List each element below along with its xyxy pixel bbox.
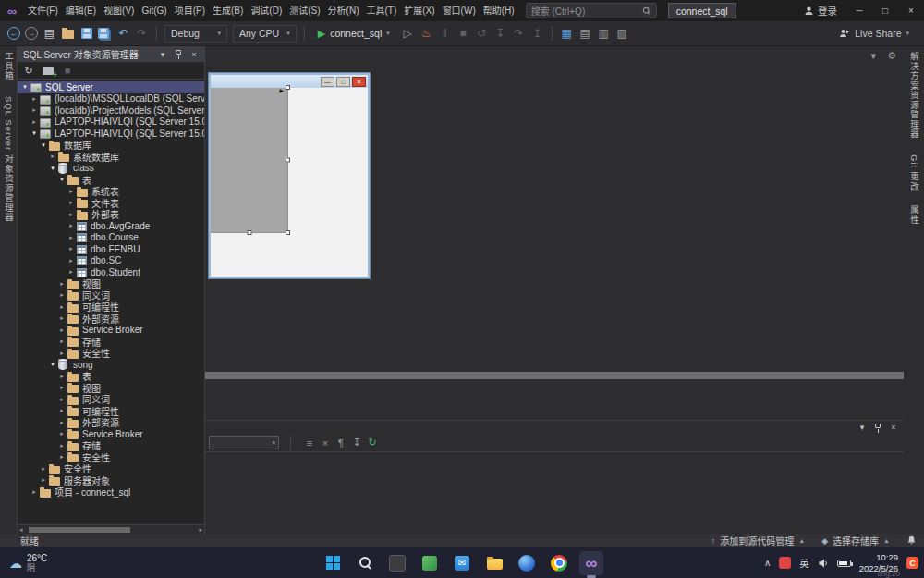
tree-expander-icon[interactable]: ▸ <box>57 314 67 322</box>
tree-expander-icon[interactable]: ▸ <box>67 199 76 206</box>
start-without-debugging-icon[interactable]: ▷ <box>399 25 417 43</box>
panel-close-icon[interactable]: × <box>188 48 201 61</box>
tree-expander-icon[interactable]: ▾ <box>20 83 30 91</box>
volume-icon[interactable] <box>818 558 829 569</box>
output-menu-chevron-icon[interactable]: ▾ <box>856 421 869 434</box>
battery-icon[interactable] <box>837 560 851 567</box>
tree-node[interactable]: ▸安全性 <box>18 463 204 475</box>
restart-icon[interactable]: ↺ <box>473 25 491 43</box>
tree-expander-icon[interactable]: ▸ <box>57 419 67 426</box>
taskbar-app-start[interactable] <box>321 551 345 575</box>
taskbar-app-green[interactable] <box>418 551 442 575</box>
settings-gear-icon[interactable]: ⚙ <box>887 50 896 62</box>
tree-expander-icon[interactable]: ▸ <box>57 384 67 391</box>
add-to-source-control-button[interactable]: ↑ 添加到源代码管理 ▲ <box>711 534 805 547</box>
output-source-dropdown[interactable]: ▾ <box>209 436 279 449</box>
step-out-icon[interactable]: ↥ <box>529 25 546 43</box>
start-debugging-button[interactable]: ▶ connect_sql ▾ <box>310 24 397 43</box>
tree-node[interactable]: ▸安全性 <box>18 451 204 463</box>
tree-node[interactable]: ▾表 <box>18 174 204 186</box>
close-button[interactable]: × <box>898 0 924 21</box>
tree-expander-icon[interactable]: ▸ <box>67 222 76 229</box>
taskbar-app-mail[interactable] <box>450 551 474 575</box>
form-minimize-button[interactable]: — <box>321 77 334 87</box>
tree-node[interactable]: ▸视图 <box>18 382 204 394</box>
tree-node[interactable]: ▾song <box>18 359 204 371</box>
tree-node[interactable]: ▾数据库 <box>18 140 204 152</box>
menu-item-12[interactable]: 帮助(H) <box>480 0 518 21</box>
tree-expander-icon[interactable]: ▸ <box>57 407 67 414</box>
tree-expander-icon[interactable]: ▸ <box>39 465 48 473</box>
taskbar-app-search[interactable] <box>353 551 377 575</box>
taskbar-app-explorer[interactable] <box>482 551 506 575</box>
sync-icon[interactable]: ↻ <box>365 436 380 450</box>
panel-menu-chevron-icon[interactable]: ▾ <box>156 48 169 61</box>
messages-icon[interactable]: ≡ <box>302 436 317 450</box>
tree-node[interactable]: ▸Service Broker <box>18 325 204 337</box>
tree-expander-icon[interactable]: ▾ <box>48 361 57 368</box>
break-all-icon[interactable]: ‖ <box>436 25 454 43</box>
panel-pin-icon[interactable] <box>172 48 185 61</box>
tree-expander-icon[interactable]: ▸ <box>57 303 67 311</box>
debug-configuration-dropdown[interactable]: Debug▾ <box>164 25 227 43</box>
form-maximize-button[interactable]: □ <box>336 77 350 87</box>
step-into-icon[interactable]: ↧ <box>492 25 509 43</box>
resize-handle[interactable] <box>286 230 290 235</box>
add-sql-server-icon[interactable] <box>42 63 55 78</box>
form-close-button[interactable]: × <box>352 77 366 87</box>
tree-expander-icon[interactable]: ▸ <box>30 118 39 126</box>
undo-icon[interactable]: ↶ <box>115 25 132 43</box>
menu-item-8[interactable]: 分析(N) <box>324 0 363 21</box>
tree-expander-icon[interactable]: ▸ <box>57 338 67 345</box>
tree-expander-icon[interactable]: ▸ <box>57 396 67 403</box>
ime-indicator[interactable]: 英 <box>799 556 809 570</box>
resize-handle[interactable] <box>286 158 290 163</box>
tree-node[interactable]: ▸可编程性 <box>18 405 204 417</box>
tree-expander-icon[interactable]: ▸ <box>57 430 67 437</box>
smart-tag-icon[interactable]: ▶ <box>279 88 284 93</box>
tree-expander-icon[interactable]: ▸ <box>57 291 67 299</box>
clear-all-icon[interactable]: × <box>318 436 333 450</box>
tray-red-app-icon[interactable] <box>779 557 791 569</box>
menu-item-1[interactable]: 编辑(E) <box>62 0 100 21</box>
open-file-icon[interactable] <box>59 25 77 43</box>
tree-node[interactable]: ▸视图 <box>18 278 204 290</box>
right-tab-1[interactable]: Git 更改 <box>907 154 920 191</box>
tree-expander-icon[interactable]: ▾ <box>30 129 39 137</box>
tree-expander-icon[interactable]: ▸ <box>39 476 48 484</box>
stop-icon[interactable]: ■ <box>455 25 472 43</box>
taskbar-app-chrome[interactable] <box>547 551 571 575</box>
find-in-files-icon[interactable]: ▦ <box>558 25 576 43</box>
properties-window-icon[interactable]: ▥ <box>595 25 613 43</box>
signin-button[interactable]: 登录 <box>804 4 837 18</box>
tree-node[interactable]: ▸dbo.FENBU <box>18 243 204 255</box>
search-input[interactable]: 搜索 (Ctrl+Q) <box>526 3 657 18</box>
tree-node[interactable]: ▸外部资源 <box>18 313 204 325</box>
scroll-left-icon[interactable]: ◂ <box>19 525 23 535</box>
menu-item-10[interactable]: 扩展(X) <box>400 0 438 21</box>
tree-node[interactable]: ▸dbo.AvgGrade <box>18 220 204 232</box>
menu-item-3[interactable]: Git(G) <box>138 0 170 21</box>
tree-horizontal-scrollbar[interactable]: ◂ ▸ <box>18 524 204 534</box>
hot-reload-icon[interactable]: ♨ <box>418 25 435 43</box>
menu-item-5[interactable]: 生成(B) <box>209 0 247 21</box>
right-tab-2[interactable]: 属性 <box>907 205 920 225</box>
tree-node[interactable]: ▾class <box>18 163 204 175</box>
tree-node[interactable]: ▸表 <box>18 371 204 383</box>
output-pin-icon[interactable] <box>871 421 884 434</box>
menu-item-4[interactable]: 项目(P) <box>171 0 209 21</box>
tree-expander-icon[interactable]: ▾ <box>48 165 57 172</box>
extensions-manager-icon[interactable]: ▧ <box>614 25 631 43</box>
save-all-icon[interactable] <box>96 25 114 43</box>
menu-item-11[interactable]: 窗口(W) <box>439 0 480 21</box>
output-close-icon[interactable]: × <box>887 421 900 434</box>
scrollbar-thumb[interactable] <box>29 527 130 533</box>
tree-expander-icon[interactable]: ▸ <box>67 188 76 195</box>
platform-dropdown[interactable]: Any CPU▾ <box>233 25 297 43</box>
tree-node[interactable]: ▾SQL Server <box>18 81 204 93</box>
tree-expander-icon[interactable]: ▸ <box>57 453 67 461</box>
tree-node[interactable]: ▸dbo.SC <box>18 255 204 267</box>
minimize-button[interactable]: ─ <box>846 0 872 21</box>
tree-node[interactable]: ▸Service Broker <box>18 428 204 440</box>
selected-panel-control[interactable]: ▶ <box>211 88 288 233</box>
